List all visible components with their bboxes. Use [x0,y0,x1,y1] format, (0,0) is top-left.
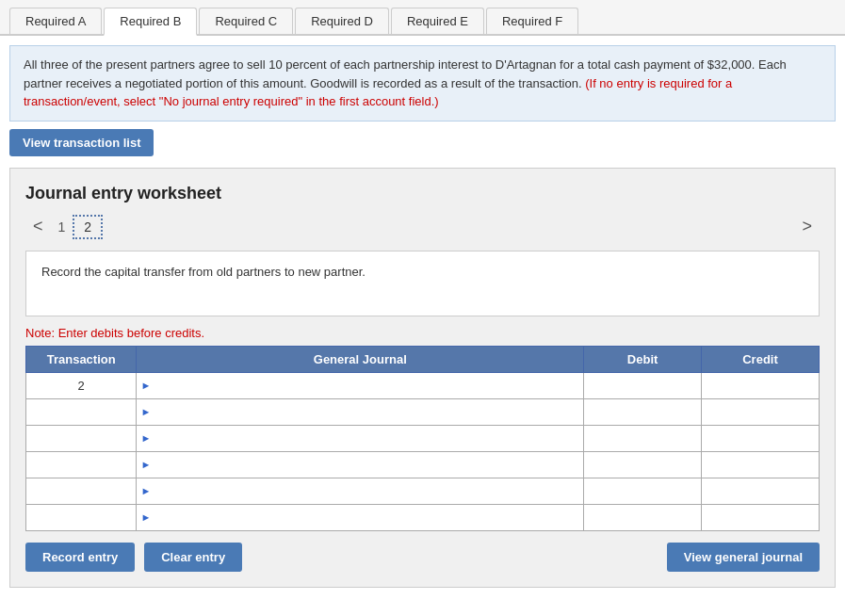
debit-input-5[interactable] [588,480,697,501]
action-buttons: Record entry Clear entry View general jo… [25,543,820,572]
credit-cell-4[interactable] [702,451,820,478]
credit-input-5[interactable] [706,480,815,501]
instruction-text: Record the capital transfer from old par… [41,265,366,279]
table-row: 2 ► [26,372,820,398]
journal-entry-2[interactable]: ► [137,398,584,425]
entry-arrow-icon: ► [140,380,151,391]
nav-left-arrow[interactable]: < [25,215,51,238]
tab-required-a[interactable]: Required A [9,8,102,34]
debit-cell-1[interactable] [584,372,702,398]
debit-input-3[interactable] [588,428,697,448]
credit-cell-1[interactable] [702,372,820,398]
nav-page-1[interactable]: 1 [51,219,73,235]
tab-required-f[interactable]: Required F [486,8,578,34]
credit-input-1[interactable] [706,375,815,396]
journal-entry-4[interactable]: ► [137,451,584,478]
entry-arrow-icon-4: ► [140,459,151,470]
nav-row: < 1 2 > [25,215,820,239]
credit-input-3[interactable] [706,428,815,448]
note-text: Note: Enter debits before credits. [25,326,820,340]
entry-arrow-icon-2: ► [140,406,151,417]
debit-input-1[interactable] [588,375,697,396]
table-row: ► [26,478,820,504]
debit-input-4[interactable] [588,454,697,475]
table-header-row: Transaction General Journal Debit Credit [26,346,820,372]
credit-cell-2[interactable] [702,398,820,425]
journal-entry-3[interactable]: ► [137,425,584,451]
debit-cell-5[interactable] [584,478,702,504]
txn-num-3 [26,425,137,451]
txn-num-4 [26,451,137,478]
txn-num-6 [26,504,137,530]
table-row: ► [26,398,820,425]
clear-entry-button[interactable]: Clear entry [144,543,242,572]
col-header-debit: Debit [584,346,702,372]
credit-input-2[interactable] [706,401,815,422]
tab-required-d[interactable]: Required D [295,8,389,34]
entry-arrow-icon-5: ► [140,485,151,496]
debit-cell-3[interactable] [584,425,702,451]
debit-input-6[interactable] [588,507,697,527]
view-transaction-list-button[interactable]: View transaction list [9,129,154,156]
credit-input-6[interactable] [706,507,815,527]
txn-num-2 [26,398,137,425]
credit-input-4[interactable] [706,454,815,475]
table-row: ► [26,504,820,530]
debit-cell-4[interactable] [584,451,702,478]
debit-input-2[interactable] [588,401,697,422]
journal-table: Transaction General Journal Debit Credit… [25,346,820,531]
view-general-journal-button[interactable]: View general journal [667,543,820,572]
tab-required-e[interactable]: Required E [391,8,484,34]
credit-cell-3[interactable] [702,425,820,451]
journal-input-1[interactable] [154,375,579,396]
col-header-general-journal: General Journal [137,346,584,372]
tabs-bar: Required A Required B Required C Require… [0,0,845,36]
debit-cell-2[interactable] [584,398,702,425]
nav-page-2[interactable]: 2 [73,215,103,239]
txn-num-1: 2 [26,372,137,398]
journal-input-3[interactable] [154,428,579,448]
record-entry-button[interactable]: Record entry [25,543,135,572]
entry-arrow-icon-3: ► [140,432,151,444]
nav-right-arrow[interactable]: > [794,215,820,238]
table-row: ► [26,451,820,478]
credit-cell-6[interactable] [702,504,820,530]
journal-input-2[interactable] [154,401,579,422]
journal-input-4[interactable] [154,454,579,475]
debit-cell-6[interactable] [584,504,702,530]
worksheet-container: Journal entry worksheet < 1 2 > Record t… [9,168,836,588]
txn-num-5 [26,478,137,504]
credit-cell-5[interactable] [702,478,820,504]
journal-input-5[interactable] [154,480,579,501]
journal-entry-5[interactable]: ► [137,478,584,504]
tab-required-c[interactable]: Required C [199,8,293,34]
table-row: ► [26,425,820,451]
entry-arrow-icon-6: ► [140,511,151,523]
info-banner: All three of the present partners agree … [9,45,836,122]
instruction-box: Record the capital transfer from old par… [25,251,820,316]
journal-input-6[interactable] [154,507,579,527]
tab-required-b[interactable]: Required B [104,8,197,36]
col-header-credit: Credit [702,346,820,372]
col-header-transaction: Transaction [26,346,137,372]
journal-entry-1[interactable]: ► [137,372,584,398]
worksheet-title: Journal entry worksheet [25,184,820,203]
journal-entry-6[interactable]: ► [137,504,584,530]
